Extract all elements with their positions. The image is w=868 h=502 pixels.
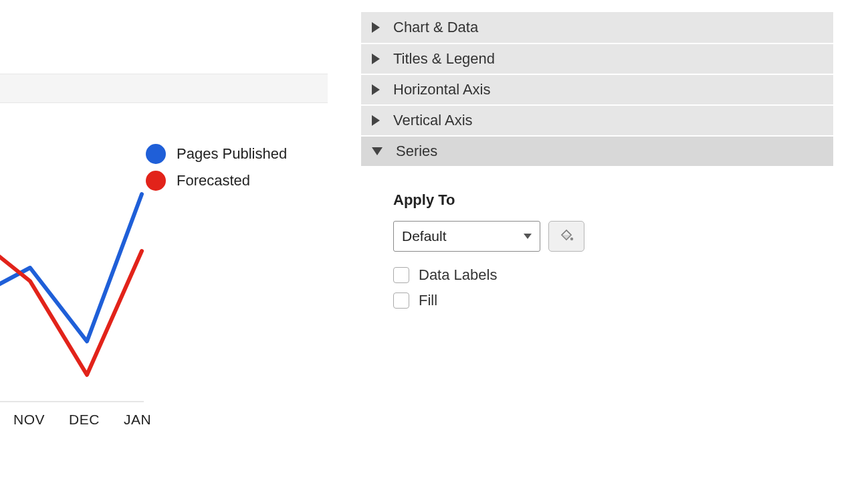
x-tick: NOV [13,412,45,428]
accordion-horizontal-axis[interactable]: Horizontal Axis [361,74,833,104]
accordion-chart-and-data[interactable]: Chart & Data [361,12,833,43]
chart-preview: NOV DEC JAN Pages Published Forecasted [0,0,328,502]
fill-color-button[interactable] [548,221,584,252]
fill-checkbox[interactable] [393,292,409,309]
legend-item: Pages Published [146,141,287,167]
accordion-label: Vertical Axis [393,112,473,129]
chevron-right-icon [372,54,380,64]
paint-bucket-icon [558,228,574,244]
legend-item: Forecasted [146,167,287,194]
x-tick: JAN [124,412,151,428]
accordion-titles-and-legend[interactable]: Titles & Legend [361,43,833,74]
chevron-right-icon [372,115,380,126]
accordion-vertical-axis[interactable]: Vertical Axis [361,104,833,135]
legend-label: Pages Published [177,145,287,163]
line-chart-svg [0,107,157,408]
legend-swatch-icon [146,171,166,191]
accordion-label: Titles & Legend [393,50,495,68]
chart-options-panel: Chart & Data Titles & Legend Horizontal … [361,12,833,309]
fill-label: Fill [419,292,437,309]
select-value: Default [402,228,447,244]
chevron-right-icon [372,84,380,95]
accordion-series[interactable]: Series [361,135,833,166]
accordion-label: Chart & Data [393,19,478,36]
accordion-label: Series [396,143,437,160]
chart-title-bar [0,74,328,103]
x-tick: DEC [69,412,100,428]
x-axis-ticks: NOV DEC JAN [0,412,167,432]
chart-plot [0,107,157,408]
apply-to-label: Apply To [393,191,833,209]
data-labels-checkbox[interactable] [393,267,409,283]
caret-down-icon [524,234,532,239]
svg-point-1 [570,238,573,240]
series-line-forecasted [0,241,142,375]
accordion-label: Horizontal Axis [393,81,491,98]
chevron-right-icon [372,22,380,33]
series-options-section: Apply To Default Data Labels [361,166,833,309]
data-labels-label: Data Labels [419,266,497,284]
apply-to-select[interactable]: Default [393,221,540,252]
chevron-down-icon [372,147,383,155]
legend-swatch-icon [146,144,166,164]
legend-label: Forecasted [177,172,250,189]
series-line-pages-published [0,194,142,341]
chart-legend: Pages Published Forecasted [146,141,287,194]
